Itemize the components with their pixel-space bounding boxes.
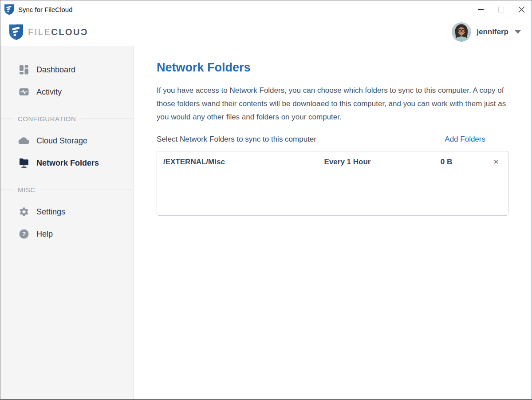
sidebar-item-dashboard[interactable]: Dashboard bbox=[0, 59, 133, 81]
folder-sync-schedule: Every 1 Hour bbox=[290, 158, 405, 166]
synced-folders-list: /EXTERNAL/Misc Every 1 Hour 0 B × bbox=[157, 151, 508, 216]
page-title: Network Folders bbox=[157, 61, 508, 75]
page-description: If you have access to Network Folders, y… bbox=[157, 84, 508, 124]
help-icon: ? bbox=[18, 229, 29, 240]
activity-icon bbox=[18, 87, 29, 98]
filecloud-wordmark: FILECLOUƆ bbox=[28, 27, 88, 37]
filecloud-logo: FILECLOUƆ bbox=[9, 24, 88, 40]
section-divider bbox=[81, 119, 133, 119]
section-divider bbox=[0, 119, 13, 119]
logo-text-cloud: CLOU bbox=[51, 27, 81, 37]
app-shield-icon bbox=[4, 4, 14, 15]
sidebar-item-cloud-storage[interactable]: Cloud Storage bbox=[0, 130, 133, 152]
user-avatar-photo bbox=[452, 22, 471, 42]
sidebar-item-help[interactable]: ? Help bbox=[0, 223, 133, 245]
folder-list-item: /EXTERNAL/Misc Every 1 Hour 0 B × bbox=[157, 151, 508, 167]
sidebar-item-label: Settings bbox=[36, 207, 65, 217]
select-folders-label: Select Network Folders to sync to this c… bbox=[157, 135, 316, 144]
folder-path: /EXTERNAL/Misc bbox=[163, 158, 290, 166]
app-header: FILECLOUƆ bbox=[0, 18, 532, 46]
chevron-down-icon[interactable] bbox=[515, 30, 521, 34]
section-label-text: MISC bbox=[18, 186, 35, 194]
folder-size: 0 B bbox=[405, 158, 488, 166]
sidebar-item-activity[interactable]: Activity bbox=[0, 81, 133, 103]
sidebar-item-label: Dashboard bbox=[36, 65, 75, 75]
section-divider bbox=[40, 190, 134, 190]
sidebar-section-misc: MISC bbox=[0, 178, 133, 201]
section-label-text: CONFIGURATION bbox=[18, 115, 76, 123]
sidebar-item-label: Help bbox=[36, 230, 53, 239]
cloud-icon bbox=[18, 135, 29, 147]
window-titlebar: Sync for FileCloud bbox=[0, 0, 532, 18]
sidebar-section-configuration: CONFIGURATION bbox=[0, 107, 133, 130]
logo-text-file: FILE bbox=[28, 27, 51, 37]
section-divider bbox=[0, 190, 13, 190]
logo-text-d: Ɔ bbox=[81, 27, 88, 37]
sidebar: Dashboard Activity CONFIGURATION Cloud bbox=[0, 46, 134, 399]
remove-folder-button[interactable]: × bbox=[491, 157, 501, 167]
user-menu[interactable]: jenniferp bbox=[452, 22, 521, 42]
filecloud-shield-icon bbox=[9, 24, 23, 40]
dashboard-icon bbox=[18, 64, 29, 75]
main-content: Network Folders If you have access to Ne… bbox=[134, 46, 532, 399]
minimize-icon bbox=[478, 9, 484, 10]
sidebar-item-settings[interactable]: Settings bbox=[0, 201, 133, 223]
sidebar-item-label: Network Folders bbox=[36, 158, 99, 168]
select-folders-row: Select Network Folders to sync to this c… bbox=[157, 135, 508, 144]
maximize-button[interactable] bbox=[491, 0, 511, 18]
close-icon bbox=[518, 6, 525, 13]
minimize-button[interactable] bbox=[470, 0, 491, 18]
sidebar-item-label: Cloud Storage bbox=[36, 136, 87, 146]
svg-text:?: ? bbox=[22, 230, 26, 238]
close-button[interactable] bbox=[511, 0, 532, 18]
gear-icon bbox=[18, 206, 29, 218]
add-folders-button[interactable]: Add Folders bbox=[445, 135, 485, 144]
network-folder-icon bbox=[18, 158, 29, 169]
sidebar-item-network-folders[interactable]: Network Folders bbox=[0, 152, 133, 174]
window-title: Sync for FileCloud bbox=[18, 6, 73, 13]
maximize-icon bbox=[498, 7, 504, 12]
sidebar-item-label: Activity bbox=[36, 87, 62, 97]
user-name[interactable]: jenniferp bbox=[477, 28, 508, 36]
user-avatar[interactable] bbox=[452, 22, 471, 42]
